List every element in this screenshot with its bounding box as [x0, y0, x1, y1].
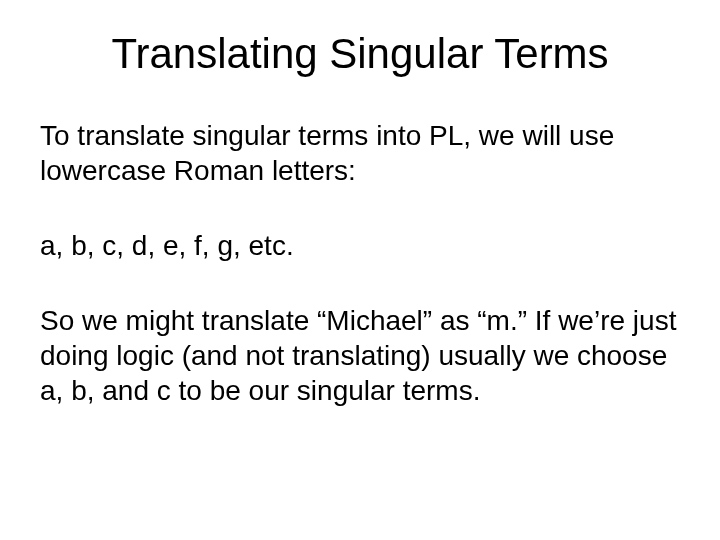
paragraph-2: a, b, c, d, e, f, g, etc. [40, 228, 680, 263]
slide: Translating Singular Terms To translate … [0, 0, 720, 540]
slide-title: Translating Singular Terms [40, 30, 680, 78]
paragraph-1: To translate singular terms into PL, we … [40, 118, 680, 188]
paragraph-3: So we might translate “Michael” as “m.” … [40, 303, 680, 408]
